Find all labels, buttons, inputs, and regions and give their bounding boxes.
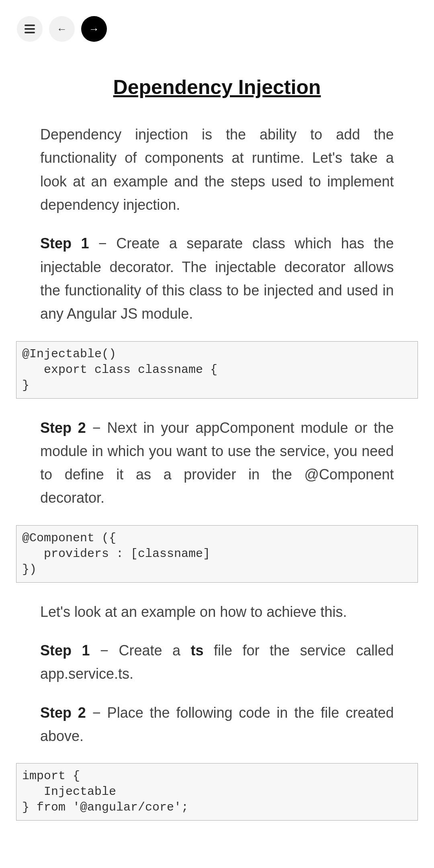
ex-step1-paragraph: Step 1 − Create a ts file for the servic…: [40, 639, 394, 686]
ex-step1-before: − Create a: [90, 642, 191, 659]
step2-text: − Next in your appComponent module or th…: [40, 420, 394, 506]
step1-paragraph: Step 1 − Create a separate class which h…: [40, 232, 394, 326]
step2-label: Step 2: [40, 420, 86, 436]
step2-paragraph: Step 2 − Next in your appComponent modul…: [40, 416, 394, 510]
example-intro: Let's look at an example on how to achie…: [40, 600, 394, 624]
step1-text: − Create a separate class which has the …: [40, 235, 394, 322]
ex-step2-text: − Place the following code in the file c…: [40, 704, 394, 744]
code-block-2: @Component ({ providers : [classname] }): [16, 525, 418, 583]
next-button[interactable]: →: [81, 16, 107, 42]
page-title: Dependency Injection: [16, 76, 418, 99]
prev-button[interactable]: ←: [49, 16, 75, 42]
ex-step1-bold: ts: [190, 642, 203, 659]
code-block-1: @Injectable() export class classname { }: [16, 341, 418, 399]
menu-button[interactable]: [17, 16, 43, 42]
arrow-left-icon: ←: [57, 23, 67, 35]
hamburger-icon: [25, 25, 35, 33]
step1-label: Step 1: [40, 235, 89, 252]
code-block-3: import { Injectable } from '@angular/cor…: [16, 763, 418, 821]
intro-paragraph: Dependency injection is the ability to a…: [40, 123, 394, 217]
ex-step2-label: Step 2: [40, 704, 86, 721]
ex-step2-paragraph: Step 2 − Place the following code in the…: [40, 701, 394, 748]
ex-step1-label: Step 1: [40, 642, 90, 659]
arrow-right-icon: →: [89, 23, 99, 35]
